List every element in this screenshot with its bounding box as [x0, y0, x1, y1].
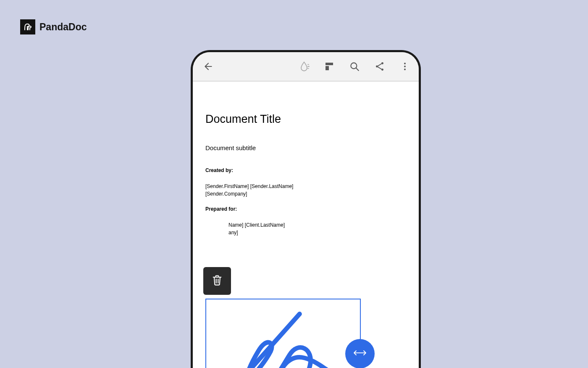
signature-field[interactable] — [205, 299, 361, 368]
signature-drawn-icon — [206, 299, 360, 368]
svg-point-15 — [404, 69, 406, 70]
layout-icon[interactable] — [323, 60, 336, 73]
document-subtitle: Document subtitle — [205, 144, 406, 151]
toolbar — [193, 52, 419, 82]
document-title: Document Title — [205, 113, 406, 126]
trash-icon — [211, 274, 223, 288]
search-icon[interactable] — [348, 60, 361, 73]
delete-signature-button[interactable] — [203, 267, 231, 295]
client-company: any] — [205, 229, 406, 236]
more-vert-icon[interactable] — [399, 60, 411, 73]
svg-point-10 — [381, 69, 383, 71]
brand-logo-mark — [20, 19, 35, 34]
client-name: Name] [Client.LastName] — [205, 221, 406, 229]
sender-name: [Sender.FirstName] [Sender.LastName] — [205, 183, 406, 190]
svg-rect-5 — [330, 66, 333, 70]
svg-line-11 — [378, 64, 382, 66]
created-by-label: Created by: — [205, 167, 406, 173]
svg-point-8 — [381, 62, 383, 64]
ink-icon[interactable] — [298, 60, 310, 73]
svg-point-9 — [376, 66, 378, 68]
sender-block: [Sender.FirstName] [Sender.LastName] [Se… — [205, 183, 406, 198]
svg-rect-3 — [326, 63, 333, 65]
svg-point-14 — [404, 66, 406, 67]
brand-logo: PandaDoc — [20, 19, 87, 34]
phone-frame: Document Title Document subtitle Created… — [191, 50, 421, 368]
document-body: Document Title Document subtitle Created… — [193, 82, 419, 253]
svg-rect-4 — [326, 66, 329, 70]
sender-company: [Sender.Company] — [205, 190, 406, 198]
client-block: Name] [Client.LastName] any] — [205, 221, 406, 236]
back-icon[interactable] — [202, 60, 215, 73]
share-icon[interactable] — [373, 60, 386, 73]
svg-point-13 — [404, 63, 406, 64]
resize-handle[interactable] — [345, 339, 375, 368]
brand-logo-text: PandaDoc — [39, 21, 87, 33]
prepared-for-label: Prepared for: — [205, 206, 406, 212]
svg-line-7 — [356, 68, 359, 71]
resize-horizontal-icon — [352, 349, 368, 358]
svg-line-12 — [378, 67, 382, 69]
